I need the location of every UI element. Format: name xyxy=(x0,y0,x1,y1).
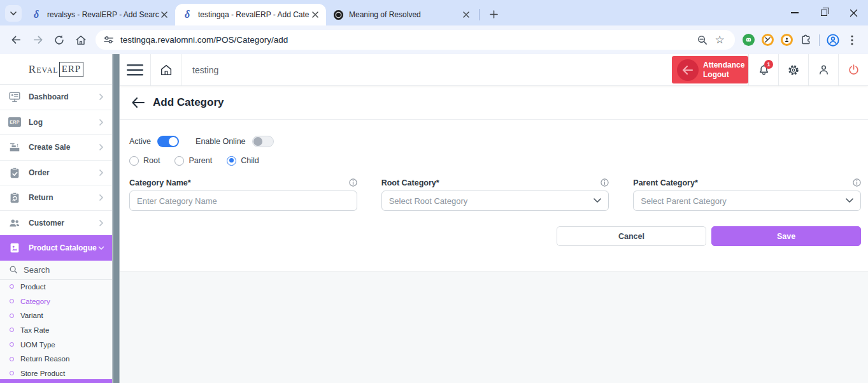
submenu-item-label: Product xyxy=(20,283,46,291)
tab-close-icon[interactable] xyxy=(309,9,321,20)
back-arrow-icon xyxy=(10,34,22,46)
radio-parent[interactable]: Parent xyxy=(174,156,212,166)
tab-title: Meaning of Resolved xyxy=(349,10,460,19)
active-toggle[interactable] xyxy=(157,136,179,147)
browser-tab-1[interactable]: δ revalsys - RevalERP - Add Searc xyxy=(24,4,175,25)
select-placeholder: Select Parent Category xyxy=(641,196,726,206)
browser-toolbar: testingqa.revalomni.com/POS/Category/add… xyxy=(0,25,868,54)
search-input[interactable] xyxy=(24,265,94,275)
category-name-input[interactable] xyxy=(129,191,357,211)
radio-child[interactable]: Child xyxy=(227,156,259,166)
parent-category-select[interactable]: Select Parent Category xyxy=(633,191,861,211)
submenu-item-uom-type[interactable]: UOM Type xyxy=(0,337,112,352)
main-content: testing Attendance Logout 1 xyxy=(120,54,868,383)
sidebar-item-label: Dashboard xyxy=(29,92,97,101)
zoom-button[interactable] xyxy=(693,31,711,49)
tab-close-icon[interactable] xyxy=(460,9,472,20)
sidebar-item-create-sale[interactable]: Create Sale xyxy=(0,134,112,160)
submenu-item-product[interactable]: Product xyxy=(0,280,112,294)
notifications-button[interactable]: 1 xyxy=(748,54,778,85)
puzzle-icon xyxy=(800,34,812,46)
forward-arrow-icon xyxy=(32,34,44,46)
tab-search-button[interactable] xyxy=(5,5,22,22)
order-clipboard-icon xyxy=(8,166,21,179)
attendance-arrow-icon xyxy=(677,59,699,81)
active-toggle-label: Active xyxy=(129,137,151,146)
browser-tab-3[interactable]: Meaning of Resolved xyxy=(326,4,477,25)
root-category-select[interactable]: Select Root Category xyxy=(381,191,609,211)
url-text[interactable]: testingqa.revalomni.com/POS/Category/add xyxy=(120,35,693,45)
sidebar-item-log[interactable]: ERP Log xyxy=(0,110,112,135)
logo-text-2: ERP xyxy=(59,62,84,77)
radio-label: Root xyxy=(143,156,160,165)
minimize-button[interactable] xyxy=(780,0,809,25)
radio-root[interactable]: Root xyxy=(129,156,160,166)
submenu-item-tax-rate[interactable]: Tax Rate xyxy=(0,323,112,338)
extension-green-button[interactable] xyxy=(739,31,758,50)
tab-title: revalsys - RevalERP - Add Searc xyxy=(47,10,159,19)
enable-online-toggle-label: Enable Online xyxy=(196,137,246,146)
chevron-right-icon xyxy=(97,143,106,152)
address-bar[interactable]: testingqa.revalomni.com/POS/Category/add… xyxy=(96,30,735,50)
tab-close-icon[interactable] xyxy=(159,9,170,20)
sidebar-item-customer[interactable]: Customer xyxy=(0,210,112,236)
submenu-search[interactable] xyxy=(0,261,112,280)
browser-tab-2-active[interactable]: δ testingqa - RevalERP - Add Cate xyxy=(175,4,326,25)
back-button[interactable] xyxy=(5,29,27,51)
cancel-button[interactable]: Cancel xyxy=(557,226,706,246)
bullet-icon xyxy=(10,342,14,347)
info-icon[interactable] xyxy=(853,178,861,187)
browser-menu-button[interactable] xyxy=(843,31,862,50)
extensions-area xyxy=(739,31,862,50)
fields-grid: Category Name* Root Category* Select Roo… xyxy=(129,178,861,211)
close-button[interactable] xyxy=(839,0,868,25)
customers-icon xyxy=(8,217,21,229)
profile-button[interactable] xyxy=(823,31,843,50)
bullet-icon xyxy=(10,299,14,303)
new-tab-button[interactable] xyxy=(485,6,502,22)
close-icon xyxy=(850,9,858,17)
site-info-icon[interactable] xyxy=(103,34,114,45)
info-icon[interactable] xyxy=(349,178,357,187)
page-background xyxy=(120,271,868,383)
attendance-button-label: Attendance Logout xyxy=(703,61,744,80)
app-home-button[interactable] xyxy=(151,54,181,85)
extension-orange-tool-button[interactable] xyxy=(758,31,777,50)
dashboard-icon xyxy=(8,90,21,103)
info-icon[interactable] xyxy=(601,178,609,187)
page-header: Add Category xyxy=(120,86,868,120)
scrollbar-thumb[interactable] xyxy=(113,54,119,383)
back-arrow-icon xyxy=(132,98,145,108)
user-profile-button[interactable] xyxy=(808,54,838,85)
forward-button[interactable] xyxy=(27,29,48,51)
sidebar-item-order[interactable]: Order xyxy=(0,160,112,185)
submenu-item-return-reason[interactable]: Return Reason xyxy=(0,352,112,366)
toggles-row: Active Enable Online xyxy=(129,136,861,147)
save-button[interactable]: Save xyxy=(711,226,861,246)
logo-text-1: Reval xyxy=(29,63,59,76)
submenu-item-variant[interactable]: Variant xyxy=(0,308,112,323)
hamburger-icon xyxy=(127,64,143,76)
menu-toggle-button[interactable] xyxy=(120,54,150,85)
bullet-icon xyxy=(10,284,14,289)
extensions-puzzle-button[interactable] xyxy=(796,31,815,50)
settings-button[interactable] xyxy=(778,54,808,85)
chevron-down-icon xyxy=(97,243,106,252)
bookmark-star-button[interactable]: ☆ xyxy=(711,31,729,49)
home-button[interactable] xyxy=(70,29,92,51)
sidebar-item-dashboard[interactable]: Dashboard xyxy=(0,84,112,110)
extension-orange-person-button[interactable] xyxy=(777,31,796,50)
sidebar-scrollbar[interactable] xyxy=(112,54,120,383)
sidebar-item-return[interactable]: Return xyxy=(0,185,112,210)
reload-button[interactable] xyxy=(48,29,70,51)
restore-button[interactable] xyxy=(809,0,839,25)
submenu-item-store-product[interactable]: Store Product xyxy=(0,366,112,381)
power-button[interactable] xyxy=(838,54,868,85)
submenu-item-category[interactable]: Category xyxy=(0,294,112,308)
back-navigation-button[interactable] xyxy=(132,98,145,108)
reload-icon xyxy=(53,34,65,46)
attendance-logout-button[interactable]: Attendance Logout xyxy=(672,56,748,83)
sidebar-item-product-catalogue[interactable]: Product Catalogue xyxy=(0,235,112,261)
power-icon xyxy=(847,63,860,76)
enable-online-toggle[interactable] xyxy=(252,136,274,147)
